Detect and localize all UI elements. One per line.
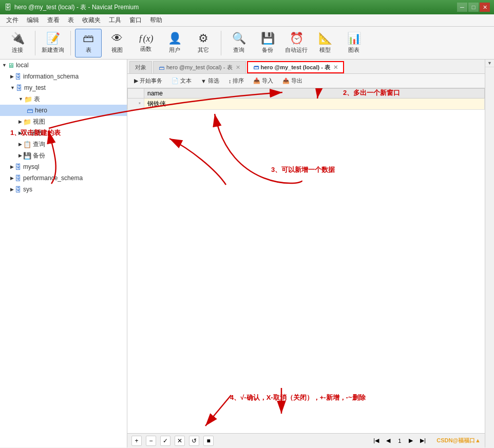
toolbar-sep-3 [221,31,221,55]
status-cancel-btn[interactable]: ✕ [175,436,185,446]
tree-arrow-mytest[interactable]: ▼ [10,85,15,90]
status-stop-btn[interactable]: ■ [203,436,214,446]
sec-btn-filter[interactable]: ▼ 筛选 [197,75,223,86]
tree-arrow-views[interactable]: ▶ [18,119,22,124]
tab-hero-1-label: hero @my_test (local) - 表 [166,64,233,71]
sidebar-item-my-test[interactable]: ▼ 🗄 my_test [0,82,127,93]
sidebar-item-local[interactable]: ▼ 🖥 local [0,60,127,71]
right-panel-item[interactable]: ▼ [485,60,494,67]
toolbar-function-label: 函数 [140,45,151,53]
tree-arrow-backups[interactable]: ▶ [18,153,22,158]
sidebar-item-tables-folder[interactable]: ▼ 📁 表 [0,93,127,105]
sidebar-label-sys: sys [23,186,32,193]
toolbar-table[interactable]: 🗃 表 [75,29,102,57]
pagination-next[interactable]: ▶ [407,437,414,444]
toolbar-other[interactable]: ⚙ 其它 [190,29,217,57]
menu-edit[interactable]: 编辑 [23,15,43,26]
annotation-arrows [127,88,485,433]
tree-arrow-tables[interactable]: ▼ [18,96,23,102]
sidebar-label-tables: 表 [34,95,40,104]
sidebar-item-information-schema[interactable]: ▶ 🗄 information_schema [0,71,127,82]
cell-name[interactable]: 钢铁侠 [144,99,485,110]
tab-object[interactable]: 对象 [129,61,152,73]
toolbar-backup-label: 备份 [262,46,273,54]
tree-arrow-local[interactable]: ▼ [2,63,7,68]
query-icon-sidebar: 📋 [23,141,31,148]
function-icon: ƒ(x) [139,33,154,44]
pagination-last[interactable]: ▶| [419,437,427,444]
tree-arrow-perf[interactable]: ▶ [10,176,14,181]
watermark: CSDN@福福口▲ [436,437,481,444]
close-button[interactable]: ✕ [480,3,490,12]
db-icon-sys: 🗄 [15,186,22,193]
toolbar-backup[interactable]: 💾 备份 [254,29,281,57]
toolbar-user[interactable]: 👤 用户 [161,29,188,57]
sec-btn-export[interactable]: 📤 导出 [279,75,306,86]
pagination-prev[interactable]: ◀ [385,437,392,444]
sec-btn-text[interactable]: 📄 文本 [168,75,195,86]
sidebar-label-mytest: my_test [24,84,46,91]
status-confirm-btn[interactable]: ✓ [160,436,170,446]
pagination-first[interactable]: |◀ [372,437,381,444]
minimize-button[interactable]: ─ [457,3,467,12]
toolbar-function[interactable]: ƒ(x) 函数 [132,29,159,57]
status-add-btn[interactable]: + [131,436,142,446]
menu-favorites[interactable]: 收藏夹 [78,15,105,26]
tree-arrow-functions[interactable]: ▶ [18,130,22,135]
sidebar-item-hero[interactable]: 🗃 hero [0,105,127,116]
sidebar-item-queries[interactable]: ▶ 📋 查询 [0,139,127,150]
sort-icon: ↕ [229,78,232,84]
toolbar-chart[interactable]: 📊 图表 [340,29,367,57]
sec-btn-transaction[interactable]: ▶ 开始事务 [130,75,166,86]
toolbar-view[interactable]: 👁 视图 [104,29,130,57]
toolbar-connect-label: 连接 [12,46,23,54]
sidebar-item-views[interactable]: ▶ 📁 视图 [0,116,127,127]
sidebar-item-mysql[interactable]: ▶ 🗄 mysql [0,161,127,172]
tab-hero-1[interactable]: 🗃 hero @my_test (local) - 表 ✕ [153,61,246,73]
sec-btn-transaction-label: 开始事务 [140,77,162,85]
db-icon-mytest: 🗄 [16,84,23,92]
sidebar-label-perf: performance_schema [23,174,83,182]
toolbar-user-label: 用户 [169,46,180,54]
sidebar-label-functions: 函数 [31,129,43,138]
col-name[interactable]: name [144,89,485,99]
toolbar-new-query[interactable]: 📝 新建查询 [40,29,66,57]
tree-arrow-is[interactable]: ▶ [10,74,14,79]
chart-icon: 📊 [347,32,361,45]
menu-view[interactable]: 查看 [43,15,64,26]
menu-table[interactable]: 表 [64,15,78,26]
sec-btn-import[interactable]: 📥 导入 [250,75,277,86]
toolbar-connect[interactable]: 🔌 连接 [4,29,31,57]
toolbar-query[interactable]: 🔍 查询 [225,29,252,57]
toolbar-model[interactable]: 📐 模型 [312,29,338,57]
sidebar-label-hero: hero [35,107,47,114]
sidebar-item-performance-schema[interactable]: ▶ 🗄 performance_schema [0,172,127,184]
view-icon: 👁 [111,32,123,45]
filter-icon: ▼ [201,78,206,84]
app-icon: 🗄 [4,3,11,11]
tree-arrow-sys[interactable]: ▶ [10,187,14,192]
sidebar-item-backups[interactable]: ▶ 💾 备份 [0,150,127,161]
toolbar-sep-1 [35,31,35,55]
maximize-button[interactable]: □ [468,3,479,12]
menu-tools[interactable]: 工具 [105,15,125,26]
menu-file[interactable]: 文件 [2,15,23,26]
status-refresh-btn[interactable]: ↺ [189,436,199,446]
tab-hero-2[interactable]: 🗃 hero @my_test (local) - 表 ✕ [247,61,344,73]
sec-btn-text-label: 文本 [180,77,192,85]
tab-hero-1-close[interactable]: ✕ [236,64,240,71]
data-table: name * 钢铁侠 [127,88,485,110]
tab-hero-2-close[interactable]: ✕ [333,64,338,71]
tree-arrow-mysql[interactable]: ▶ [10,164,14,169]
sidebar-item-functions[interactable]: ▶ ƒx 函数 [0,127,127,139]
window-title: hero @my_test (local) - 表 - Navicat Prem… [14,3,457,12]
tab-object-label: 对象 [135,64,146,71]
status-remove-btn[interactable]: − [146,436,156,446]
sec-btn-sort[interactable]: ↕ 排序 [225,75,248,86]
sidebar-item-sys[interactable]: ▶ 🗄 sys [0,184,127,195]
menu-help[interactable]: 帮助 [146,15,166,26]
menu-window[interactable]: 窗口 [125,15,146,26]
tree-arrow-queries[interactable]: ▶ [18,142,22,147]
tab-table-icon-1: 🗃 [159,65,164,71]
toolbar-autorun[interactable]: ⏰ 自动运行 [283,29,310,57]
